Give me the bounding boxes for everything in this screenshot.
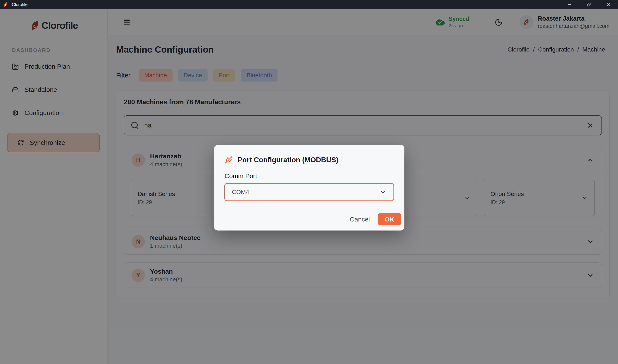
minimize-button[interactable] [560, 0, 579, 9]
window-titlebar: Clorofile [0, 0, 618, 9]
window-title: Clorofile [12, 2, 27, 7]
usb-icon [224, 156, 233, 164]
cancel-button[interactable]: Cancel [350, 216, 370, 223]
dialog-footer: Cancel OK [350, 213, 401, 225]
ok-button[interactable]: OK [378, 213, 401, 225]
restore-button[interactable] [579, 0, 599, 9]
minimize-icon [567, 2, 572, 7]
comm-port-select[interactable]: COM4 [224, 183, 394, 201]
close-button[interactable] [599, 0, 618, 9]
comm-port-label: Comm Port [224, 172, 257, 180]
chevron-down-icon [380, 189, 387, 195]
dialog-title: Port Configuration (MODBUS) [238, 156, 338, 164]
dialog-title-row: Port Configuration (MODBUS) [224, 156, 338, 164]
port-configuration-dialog: Port Configuration (MODBUS) Comm Port CO… [214, 145, 404, 231]
restore-icon [587, 2, 592, 7]
app-leaf-icon [3, 2, 9, 8]
comm-port-value: COM4 [232, 189, 249, 195]
close-icon [606, 2, 611, 7]
app-window: Clorofile Clorofile DASHBOARD Production… [0, 0, 618, 364]
